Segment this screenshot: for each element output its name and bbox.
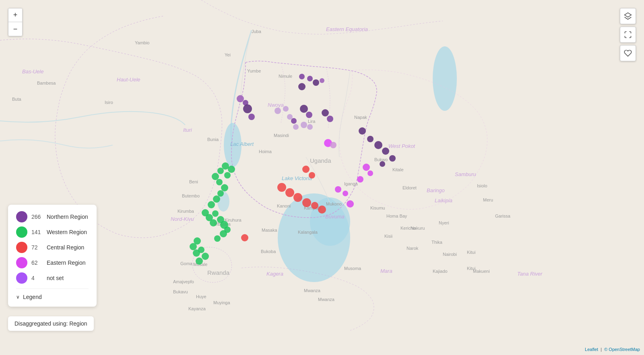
data-point[interactable]	[299, 74, 305, 79]
data-point[interactable]	[277, 183, 286, 192]
legend-count-eastern: 62	[31, 260, 43, 266]
data-point[interactable]	[343, 191, 348, 196]
map-background	[0, 0, 644, 355]
legend-item-eastern: 62 Eastern Region	[16, 257, 89, 268]
data-point[interactable]	[380, 161, 385, 167]
disaggregated-label: Disaggregated using: Region	[8, 316, 94, 331]
data-point[interactable]	[196, 257, 203, 265]
data-point[interactable]	[291, 118, 297, 124]
data-point[interactable]	[374, 141, 382, 149]
data-point[interactable]	[367, 136, 374, 142]
legend-label-northern: Northern Region	[47, 214, 88, 220]
legend-item-notset: 4 not set	[16, 272, 89, 284]
data-point[interactable]	[306, 112, 312, 118]
data-point[interactable]	[241, 234, 248, 241]
legend-panel: 266 Northern Region 141 Western Region 7…	[8, 205, 97, 307]
data-point[interactable]	[300, 105, 308, 113]
svg-rect-0	[0, 0, 644, 355]
osm-link[interactable]: © OpenStreetMap	[604, 347, 640, 352]
legend-color-northern	[16, 211, 27, 222]
data-point[interactable]	[220, 230, 227, 237]
data-point[interactable]	[307, 124, 313, 130]
data-point[interactable]	[357, 176, 363, 183]
data-point[interactable]	[275, 108, 281, 114]
data-point[interactable]	[309, 172, 315, 179]
data-point[interactable]	[313, 79, 319, 86]
legend-color-eastern	[16, 257, 27, 268]
legend-count-northern: 266	[31, 214, 43, 220]
data-point[interactable]	[212, 173, 219, 180]
data-point[interactable]	[347, 200, 354, 208]
data-point[interactable]	[293, 193, 302, 202]
legend-item-central: 72 Central Region	[16, 242, 89, 253]
data-point[interactable]	[214, 235, 221, 242]
data-point[interactable]	[320, 78, 324, 83]
legend-label-eastern: Eastern Region	[47, 260, 86, 266]
legend-footer[interactable]: ∨ Legend	[16, 294, 89, 300]
legend-color-western	[16, 226, 27, 238]
data-point[interactable]	[202, 253, 209, 260]
legend-label-western: Western Region	[47, 229, 87, 235]
leaflet-link[interactable]: Leaflet	[585, 347, 598, 352]
legend-label-notset: not set	[47, 275, 64, 281]
data-point[interactable]	[224, 172, 231, 179]
filter-button[interactable]	[620, 45, 636, 61]
map-controls-right	[620, 8, 636, 61]
zoom-in-button[interactable]: +	[8, 8, 22, 22]
data-point[interactable]	[194, 237, 201, 245]
legend-count-western: 141	[31, 229, 43, 235]
map-attribution: Leaflet | © OpenStreetMap	[585, 347, 640, 352]
legend-label-central: Central Region	[47, 244, 84, 251]
data-point[interactable]	[217, 190, 224, 197]
data-point[interactable]	[212, 210, 219, 217]
legend-divider	[16, 289, 89, 289]
data-point[interactable]	[210, 219, 217, 226]
data-point[interactable]	[208, 201, 215, 208]
data-point[interactable]	[293, 124, 299, 130]
data-point[interactable]	[283, 106, 289, 112]
legend-items-container: 266 Northern Region 141 Western Region 7…	[16, 211, 89, 284]
data-point[interactable]	[216, 179, 223, 185]
data-point[interactable]	[302, 198, 311, 207]
data-point[interactable]	[221, 184, 228, 191]
data-point[interactable]	[248, 114, 255, 120]
data-point[interactable]	[301, 122, 307, 128]
data-point[interactable]	[389, 155, 396, 162]
data-point[interactable]	[335, 186, 341, 193]
data-point[interactable]	[198, 247, 204, 253]
data-point[interactable]	[330, 142, 336, 148]
data-point[interactable]	[318, 206, 326, 214]
data-point[interactable]	[228, 166, 235, 173]
data-point[interactable]	[307, 76, 313, 81]
legend-item-northern: 266 Northern Region	[16, 211, 89, 222]
data-point[interactable]	[363, 164, 370, 171]
legend-count-notset: 4	[31, 275, 43, 281]
legend-item-western: 141 Western Region	[16, 226, 89, 238]
map-container: Eastern EquatoriaYambioJubaYeiBas-UeleBa…	[0, 0, 644, 355]
svg-point-4	[433, 46, 457, 111]
data-point[interactable]	[311, 202, 318, 209]
data-point[interactable]	[302, 166, 310, 173]
legend-count-central: 72	[31, 244, 43, 251]
data-point[interactable]	[298, 83, 305, 90]
data-point[interactable]	[327, 116, 333, 122]
svg-marker-6	[625, 13, 632, 17]
data-point[interactable]	[243, 104, 252, 113]
data-point[interactable]	[367, 170, 373, 176]
legend-chevron-icon: ∨	[16, 294, 20, 300]
legend-footer-label: Legend	[23, 294, 42, 300]
data-point[interactable]	[322, 109, 329, 116]
zoom-out-button[interactable]: −	[8, 22, 22, 36]
data-point[interactable]	[359, 127, 366, 135]
fullscreen-button[interactable]	[620, 27, 636, 43]
layers-button[interactable]	[620, 8, 636, 24]
data-point[interactable]	[213, 195, 220, 203]
legend-color-notset	[16, 272, 27, 284]
legend-color-central	[16, 242, 27, 253]
data-point[interactable]	[382, 147, 389, 155]
data-point[interactable]	[285, 188, 294, 197]
zoom-controls: + −	[8, 8, 23, 36]
